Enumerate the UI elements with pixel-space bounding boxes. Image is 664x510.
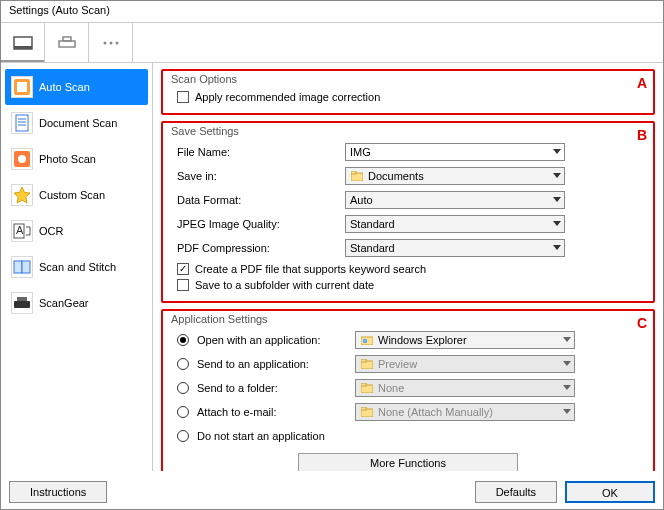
svg-rect-3	[63, 37, 71, 41]
dropdown-save-in[interactable]: Documents	[345, 167, 565, 185]
sidebar-item-photo-scan[interactable]: Photo Scan	[5, 141, 148, 177]
instructions-button[interactable]: Instructions	[9, 481, 107, 503]
svg-rect-23	[351, 171, 356, 174]
sidebar-item-label: ScanGear	[39, 297, 89, 309]
svg-point-4	[103, 41, 106, 44]
svg-text:A: A	[16, 224, 24, 236]
dropdown-app-3: None (Attach Manually)	[355, 403, 575, 421]
radio-row-2: Send to a folder:None	[177, 377, 647, 399]
radio-row-1: Send to an application:Preview	[177, 353, 647, 375]
settings-window: Settings (Auto Scan) Auto ScanDocument S…	[0, 0, 664, 510]
sidebar-item-label: Photo Scan	[39, 153, 96, 165]
checkbox-label: Create a PDF file that supports keyword …	[195, 263, 426, 275]
svg-rect-1	[14, 46, 32, 49]
dropdown-value: Standard	[350, 242, 395, 254]
svg-marker-15	[14, 187, 30, 203]
sidebar-item-custom-scan[interactable]: Custom Scan	[5, 177, 148, 213]
radio-button-4[interactable]	[177, 430, 189, 442]
window-title: Settings (Auto Scan)	[1, 1, 663, 23]
content: Scan Options A Apply recommended image c…	[153, 63, 663, 471]
dropdown-app-2: None	[355, 379, 575, 397]
checkbox-label: Save to a subfolder with current date	[195, 279, 374, 291]
sidebar-item-label: Document Scan	[39, 117, 117, 129]
chevron-down-icon	[553, 245, 561, 251]
radio-button-3[interactable]	[177, 406, 189, 418]
output-tab-icon	[57, 36, 77, 50]
svg-rect-20	[14, 301, 30, 308]
dropdown-value: Windows Explorer	[378, 334, 467, 346]
group-application-settings: Application Settings C Open with an appl…	[161, 309, 655, 471]
stitch-icon	[11, 256, 33, 278]
radio-button-0[interactable]	[177, 334, 189, 346]
dropdown-jpeg-quality[interactable]: Standard	[345, 215, 565, 233]
chevron-down-icon	[553, 173, 561, 179]
scanner-tab-icon	[13, 36, 33, 50]
radio-label: Open with an application:	[197, 334, 347, 346]
svg-rect-29	[361, 383, 366, 386]
group-save-settings: Save Settings B File Name: IMG Save in: …	[161, 121, 655, 303]
more-functions-button[interactable]: More Functions	[298, 453, 518, 471]
svg-rect-25	[363, 339, 367, 343]
svg-rect-27	[361, 359, 366, 362]
radio-label: Send to a folder:	[197, 382, 347, 394]
dropdown-app-0[interactable]: Windows Explorer	[355, 331, 575, 349]
chevron-down-icon	[553, 149, 561, 155]
sidebar-item-scan-and-stitch[interactable]: Scan and Stitch	[5, 249, 148, 285]
radio-label: Attach to e-mail:	[197, 406, 347, 418]
label-jpeg-quality: JPEG Image Quality:	[177, 218, 337, 230]
ocr-icon: A	[11, 220, 33, 242]
sidebar-item-auto-scan[interactable]: Auto Scan	[5, 69, 148, 105]
sidebar-item-scangear[interactable]: ScanGear	[5, 285, 148, 321]
svg-point-5	[109, 41, 112, 44]
label-file-name: File Name:	[177, 146, 337, 158]
chevron-down-icon	[553, 197, 561, 203]
dropdown-value: None (Attach Manually)	[378, 406, 493, 418]
dropdown-value: IMG	[350, 146, 371, 158]
photo-scan-icon	[11, 148, 33, 170]
radio-label: Do not start an application	[197, 430, 347, 442]
svg-rect-9	[16, 115, 28, 131]
checkbox-box-icon	[177, 91, 189, 103]
radio-row-0: Open with an application:Windows Explore…	[177, 329, 647, 351]
auto-scan-icon	[11, 76, 33, 98]
sidebar-item-label: Auto Scan	[39, 81, 90, 93]
checkbox-box-icon	[177, 279, 189, 291]
sidebar-item-document-scan[interactable]: Document Scan	[5, 105, 148, 141]
checkbox-image-correction[interactable]: Apply recommended image correction	[177, 91, 647, 103]
dropdown-data-format[interactable]: Auto	[345, 191, 565, 209]
toolbar-tab-scanner[interactable]	[1, 23, 45, 62]
folder-icon	[360, 382, 374, 394]
dropdown-pdf-compression[interactable]: Standard	[345, 239, 565, 257]
folder-icon	[350, 170, 364, 182]
dropdown-value: None	[378, 382, 404, 394]
sidebar-item-label: Scan and Stitch	[39, 261, 116, 273]
checkbox-save-subfolder[interactable]: Save to a subfolder with current date	[177, 279, 647, 291]
svg-rect-31	[361, 407, 366, 410]
radio-button-1[interactable]	[177, 358, 189, 370]
svg-rect-18	[14, 261, 22, 273]
body: Auto ScanDocument ScanPhoto ScanCustom S…	[1, 63, 663, 471]
sidebar-item-ocr[interactable]: AOCR	[5, 213, 148, 249]
folder-icon	[360, 358, 374, 370]
svg-point-14	[18, 155, 26, 163]
toolbar-tab-more[interactable]	[89, 23, 133, 62]
radio-button-2[interactable]	[177, 382, 189, 394]
chevron-down-icon	[563, 361, 571, 367]
svg-rect-2	[59, 41, 75, 47]
chevron-down-icon	[563, 337, 571, 343]
sidebar-item-label: OCR	[39, 225, 63, 237]
checkbox-pdf-keyword-search[interactable]: ✓ Create a PDF file that supports keywor…	[177, 263, 647, 275]
checkbox-box-icon: ✓	[177, 263, 189, 275]
radio-label: Send to an application:	[197, 358, 347, 370]
radio-row-3: Attach to e-mail:None (Attach Manually)	[177, 401, 647, 423]
radio-row-4: Do not start an application	[177, 425, 647, 447]
label-data-format: Data Format:	[177, 194, 337, 206]
toolbar-tab-output[interactable]	[45, 23, 89, 62]
ok-button[interactable]: OK	[565, 481, 655, 503]
dropdown-file-name[interactable]: IMG	[345, 143, 565, 161]
defaults-button[interactable]: Defaults	[475, 481, 557, 503]
document-scan-icon	[11, 112, 33, 134]
svg-rect-19	[22, 261, 30, 273]
custom-scan-icon	[11, 184, 33, 206]
svg-rect-21	[17, 297, 27, 301]
